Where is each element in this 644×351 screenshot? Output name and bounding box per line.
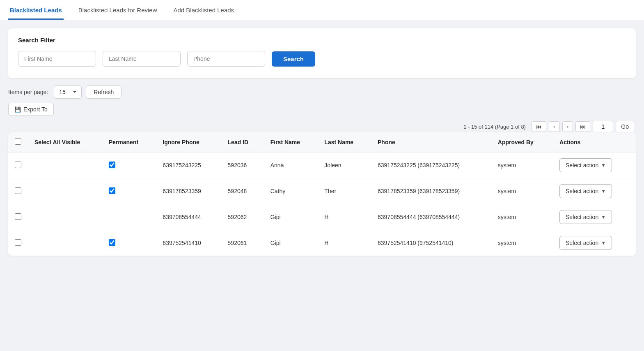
header-lead-id: Lead ID	[221, 132, 264, 152]
header-phone: Phone	[371, 132, 491, 152]
select-action-button[interactable]: Select action ▼	[559, 236, 612, 250]
dropdown-arrow-icon: ▼	[601, 214, 606, 220]
export-button[interactable]: 💾 Export To	[8, 103, 54, 116]
row-phone-cell: 639752541410 (9752541410)	[371, 230, 491, 256]
phone-input[interactable]	[187, 51, 265, 67]
pagination-info: 1 - 15 of 114 (Page 1 of 8)	[463, 124, 526, 130]
permanent-checkbox[interactable]	[109, 187, 115, 194]
row-empty-cell	[28, 178, 102, 204]
row-permanent-cell	[102, 152, 156, 178]
table-row: 639175243225592036AnnaJoleen639175243225…	[8, 152, 636, 178]
select-action-button[interactable]: Select action ▼	[559, 184, 612, 198]
row-select-checkbox[interactable]	[15, 239, 21, 246]
header-permanent: Permanent	[102, 132, 156, 152]
main-content: Search Filter Search Items per page: 5 1…	[0, 20, 644, 264]
go-button[interactable]: Go	[616, 121, 634, 132]
row-ignore-phone-cell: 639708554444	[156, 204, 221, 230]
last-page-button[interactable]: ⏭	[575, 121, 590, 132]
last-name-input[interactable]	[103, 51, 181, 67]
row-checkbox-cell	[8, 178, 28, 204]
search-button[interactable]: Search	[272, 51, 315, 67]
pagination-row: 1 - 15 of 114 (Page 1 of 8) ⏮ ‹ › ⏭ Go	[8, 121, 636, 132]
row-first-name-cell: Anna	[264, 152, 318, 178]
row-empty-cell	[28, 230, 102, 256]
row-approved-by-cell: system	[491, 178, 553, 204]
row-lead-id-cell: 592061	[221, 230, 264, 256]
row-approved-by-cell: system	[491, 204, 553, 230]
row-first-name-cell: Gipi	[264, 230, 318, 256]
row-phone-cell: 639175243225 (639175243225)	[371, 152, 491, 178]
row-select-checkbox[interactable]	[15, 213, 21, 220]
table-wrapper: Select All Visible Permanent Ignore Phon…	[8, 132, 636, 256]
table-row: 639708554444592062GipiH639708554444 (639…	[8, 204, 636, 230]
table-header-row: Select All Visible Permanent Ignore Phon…	[8, 132, 636, 152]
next-page-button[interactable]: ›	[562, 121, 573, 132]
permanent-checkbox[interactable]	[109, 239, 115, 246]
row-phone-cell: 639178523359 (639178523359)	[371, 178, 491, 204]
row-permanent-cell	[102, 178, 156, 204]
dropdown-arrow-icon: ▼	[601, 162, 606, 168]
dropdown-arrow-icon: ▼	[601, 188, 606, 194]
select-action-button[interactable]: Select action ▼	[559, 158, 612, 172]
search-filter-title: Search Filter	[18, 37, 626, 44]
tabs-bar: Blacklisted Leads Blacklisted Leads for …	[0, 0, 644, 20]
row-lead-id-cell: 592036	[221, 152, 264, 178]
header-select-all: Select All Visible	[28, 132, 102, 152]
floppy-icon: 💾	[14, 106, 21, 113]
dropdown-arrow-icon: ▼	[601, 240, 606, 246]
row-checkbox-cell	[8, 230, 28, 256]
items-per-page-label: Items per page:	[8, 89, 48, 95]
first-page-button[interactable]: ⏮	[532, 121, 546, 132]
leads-table: Select All Visible Permanent Ignore Phon…	[8, 132, 636, 256]
row-approved-by-cell: system	[491, 230, 553, 256]
select-all-checkbox[interactable]	[15, 138, 21, 145]
row-ignore-phone-cell: 639178523359	[156, 178, 221, 204]
row-ignore-phone-cell: 639175243225	[156, 152, 221, 178]
row-actions-cell: Select action ▼	[553, 178, 636, 204]
row-last-name-cell: H	[318, 204, 371, 230]
header-approved-by: Approved By	[491, 132, 553, 152]
table-row: 639752541410592061GipiH639752541410 (975…	[8, 230, 636, 256]
row-select-checkbox[interactable]	[15, 187, 21, 194]
select-action-button[interactable]: Select action ▼	[559, 210, 612, 224]
header-actions: Actions	[553, 132, 636, 152]
row-permanent-cell	[102, 204, 156, 230]
row-lead-id-cell: 592062	[221, 204, 264, 230]
row-first-name-cell: Cathy	[264, 178, 318, 204]
toolbar-area: Items per page: 5 10 15 25 50 100 Refres…	[8, 85, 636, 116]
search-filter-card: Search Filter Search	[8, 28, 636, 78]
row-last-name-cell: Joleen	[318, 152, 371, 178]
row-select-checkbox[interactable]	[15, 162, 21, 168]
items-per-page-select[interactable]: 5 10 15 25 50 100	[54, 85, 82, 99]
tab-blacklisted-leads[interactable]: Blacklisted Leads	[8, 0, 64, 20]
search-row: Search	[18, 51, 626, 67]
row-empty-cell	[28, 152, 102, 178]
header-last-name: Last Name	[318, 132, 371, 152]
header-first-name: First Name	[264, 132, 318, 152]
row-checkbox-cell	[8, 152, 28, 178]
refresh-button[interactable]: Refresh	[86, 85, 121, 99]
row-lead-id-cell: 592048	[221, 178, 264, 204]
row-phone-cell: 639708554444 (639708554444)	[371, 204, 491, 230]
table-row: 639178523359592048CathyTher639178523359 …	[8, 178, 636, 204]
row-last-name-cell: Ther	[318, 178, 371, 204]
row-last-name-cell: H	[318, 230, 371, 256]
header-ignore-phone: Ignore Phone	[156, 132, 221, 152]
row-ignore-phone-cell: 639752541410	[156, 230, 221, 256]
prev-page-button[interactable]: ‹	[549, 121, 560, 132]
toolbar-row: Items per page: 5 10 15 25 50 100 Refres…	[8, 85, 636, 99]
permanent-checkbox[interactable]	[109, 162, 115, 168]
row-checkbox-cell	[8, 204, 28, 230]
tab-blacklisted-leads-review[interactable]: Blacklisted Leads for Review	[77, 0, 159, 20]
row-actions-cell: Select action ▼	[553, 152, 636, 178]
row-first-name-cell: Gipi	[264, 204, 318, 230]
row-approved-by-cell: system	[491, 152, 553, 178]
header-checkbox-cell	[8, 132, 28, 152]
first-name-input[interactable]	[18, 51, 96, 67]
row-permanent-cell	[102, 230, 156, 256]
row-actions-cell: Select action ▼	[553, 204, 636, 230]
row-actions-cell: Select action ▼	[553, 230, 636, 256]
tab-add-blacklisted-leads[interactable]: Add Blacklisted Leads	[172, 0, 236, 20]
row-empty-cell	[28, 204, 102, 230]
page-number-input[interactable]	[593, 121, 613, 132]
